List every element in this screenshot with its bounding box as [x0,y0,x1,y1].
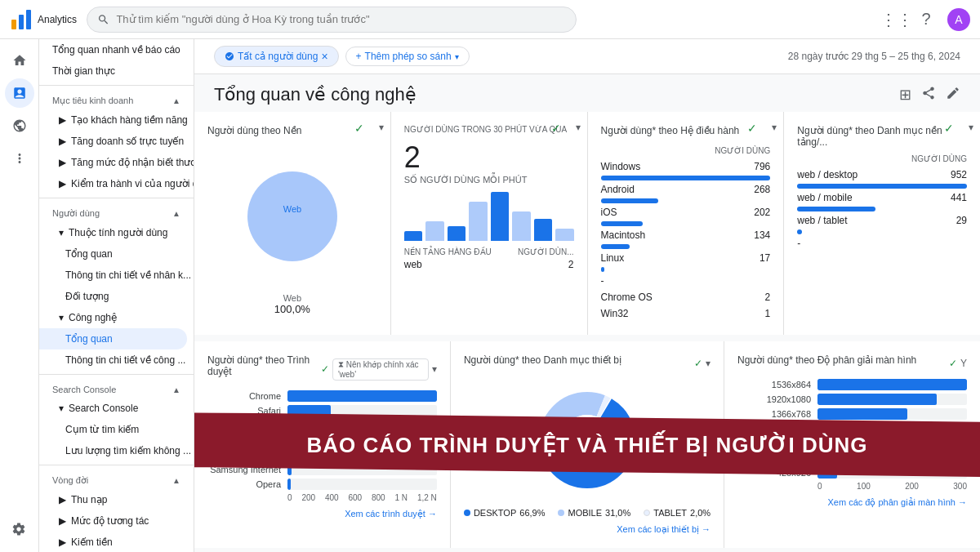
card-realtime-menu[interactable]: ▾ [576,122,581,133]
resolution-link[interactable]: Xem các độ phân giải màn hình → [737,497,967,508]
os-bar-linux [601,267,604,272]
help-icon[interactable]: ? [918,11,934,28]
legend-desktop: DESKTOP 66,9% [464,508,546,518]
sidebar-item-searchconsole[interactable]: ▾ Search Console [39,398,194,419]
legend-mobile: MOBILE 31,0% [558,508,630,518]
card-os-menu[interactable]: ▾ [772,122,777,133]
card-realtime: NGƯỜI DÙNG TRONG 30 PHÚT VỪA QUA ✓ ▾ 2 S… [391,112,587,335]
search-input[interactable] [116,13,566,25]
bar4 [469,202,487,241]
sidebar-item-behavior[interactable]: ▶ Kiểm tra hành vi của người d... [39,173,194,194]
sidebar-item-lead[interactable]: ▶ Tạo khách hàng tiềm năng [39,109,194,131]
pie-chart: Web [207,143,377,290]
row-label: web [404,259,422,270]
card-platform: Người dùng theo Nền ✓ ▾ Web Web 100,0% [194,112,390,335]
os-row-windows: Windows 796 [601,158,771,175]
analytics-logo-icon [10,8,33,31]
card-browser-status: ✓ [321,363,329,375]
account-icon[interactable]: A [947,8,970,31]
grid-icon[interactable]: ⋮⋮ [889,11,905,28]
share-icon[interactable] [921,86,936,105]
collapse-icon-3: ▲ [172,385,180,394]
sidebar-item-searchtraffic[interactable]: Lưu lượng tìm kiếm không ... [39,440,194,461]
sidebar-item-audience[interactable]: Đối tượng [39,286,194,307]
os-bar-ios [601,221,644,226]
edit-icon[interactable] [946,86,960,105]
top-cards-grid: Người dùng theo Nền ✓ ▾ Web Web 100,0% N… [194,112,980,335]
sidebar-group-users[interactable]: Người dùng ▲ [39,202,194,222]
sidebar-item-acquisition[interactable]: ▶ Thu nạp [39,489,194,510]
sidebar-item-tech-detail[interactable]: Thông tin chi tiết về công ... [39,349,194,371]
svg-rect-0 [11,20,16,29]
bar-chrome [287,390,437,402]
nav-settings-icon[interactable] [5,144,34,173]
card-platform-title: Người dùng theo Nền [207,125,377,136]
columns-icon[interactable]: ⊞ [899,86,911,104]
web-label: Web 100,0% [207,293,377,315]
search-icon [97,13,109,26]
app-title: Analytics [38,14,77,25]
card-platform-cat-title: Người dùng* theo Danh mục nền tảng/... [797,125,967,148]
nav-reports-icon[interactable] [5,78,34,108]
os-row-dash: - [601,273,771,289]
page-title: Tổng quan về công nghệ [214,84,416,105]
bar1 [404,231,422,241]
sidebar-item-keywords[interactable]: Cụm từ tìm kiếm [39,419,194,440]
nav-gear-icon[interactable] [11,522,26,539]
bar2 [425,221,443,241]
sidebar-group-business[interactable]: Mục tiêu kinh doanh ▲ [39,89,194,109]
card-platform-cat-col-header: NGƯỜI DÙNG [797,154,967,163]
filter-all-users[interactable]: Tất cả người dùng × [214,46,339,67]
nav-home-icon[interactable] [5,46,34,75]
platform-bar-tablet [797,229,802,234]
add-filter-btn[interactable]: + Thêm phép so sánh ▾ [345,47,470,66]
footer-right: NGƯỜI DÙN... [518,247,574,256]
nav-explore-icon[interactable] [5,111,34,140]
sidebar-nav-icons [0,39,39,552]
card-device-title: Người dùng* theo Danh mục thiết bị [464,354,621,366]
browser-link[interactable]: Xem các trình duyệt → [207,509,437,519]
sidebar-item-brand[interactable]: ▶ Tăng mức độ nhận biết thươn... [39,152,194,173]
search-bar[interactable] [87,7,577,33]
bar-res1 [817,379,967,390]
platform-rows: web / desktop 952 web / mobile 441 web /… [797,167,967,252]
sidebar-item-monetization[interactable]: ▶ Kiếm tiền [39,532,194,552]
svg-text:Web: Web [283,204,301,214]
web-pct: 100,0% [207,303,377,315]
browser-row-chrome: Chrome [207,390,437,402]
card-resolution-menu[interactable]: Y [960,358,967,369]
browser-axis: 0 200 400 600 800 1 N 1,2 N [287,493,437,502]
sidebar-item-overview-user[interactable]: Tổng quan [39,243,194,265]
card-platform-cat: Người dùng* theo Danh mục nền tảng/... ✓… [784,112,980,335]
mini-bar-chart [404,192,574,241]
card-device-menu[interactable]: ▾ [706,358,710,369]
sidebar-item-tech-overview[interactable]: Tổng quan [39,328,187,349]
footer-left: NỀN TẢNG HÀNG ĐẦU [404,247,492,256]
sidebar-item-demographics[interactable]: Thông tin chi tiết về nhân k... [39,265,194,286]
platform-row-mobile: web / mobile 441 [797,189,967,206]
card-browser-menu[interactable]: ▾ [432,363,437,375]
sidebar-item-realtime[interactable]: Thời gian thực [39,60,194,82]
add-filter-label: Thêm phép so sánh [365,51,452,62]
platform-bar-mobile [797,207,875,211]
divider-3 [39,374,194,375]
sidebar: Tổng quan nhanh về báo cáo Thời gian thự… [39,39,194,552]
svg-rect-2 [26,10,31,29]
card-platform-cat-menu[interactable]: ▾ [969,122,973,133]
card-realtime-title: NGƯỜI DÙNG TRONG 30 PHÚT VỪA QUA [404,125,574,134]
sidebar-item-quickoverview[interactable]: Tổng quan nhanh về báo cáo [39,39,194,60]
page-actions: ⊞ [899,86,960,105]
collapse-icon: ▲ [172,96,180,105]
card-browser-filter[interactable]: ⧗ Nên khớp chính xác 'web' [332,358,429,381]
os-bar-windows [601,176,771,180]
sidebar-item-user-props[interactable]: ▾ Thuộc tính người dùng [39,222,194,243]
device-link[interactable]: Xem các loại thiết bị → [464,524,710,535]
sidebar-item-engagement[interactable]: ▶ Mức độ tương tác [39,510,194,532]
sidebar-group-lifecycle[interactable]: Vòng đời ▲ [39,469,194,489]
sidebar-item-tech[interactable]: ▾ Công nghệ [39,307,194,328]
add-filter-icon: + [356,51,362,62]
sidebar-item-sales[interactable]: ▶ Tăng doanh số trực tuyến [39,131,194,152]
sidebar-group-searchconsole[interactable]: Search Console ▲ [39,378,194,398]
filter-close-icon[interactable]: × [321,50,327,63]
card-platform-menu[interactable]: ▾ [379,122,384,133]
